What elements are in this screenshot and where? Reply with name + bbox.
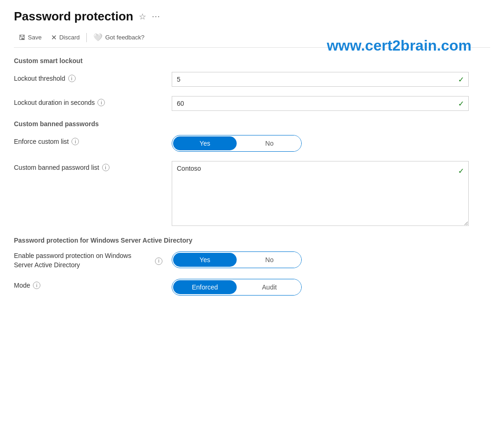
mode-label: Mode i <box>14 279 162 289</box>
lockout-duration-input[interactable] <box>172 96 469 111</box>
enable-protection-no-option[interactable]: No <box>238 252 301 268</box>
lockout-duration-row: Lockout duration in seconds i ✓ <box>14 96 490 111</box>
mode-label-text: Mode <box>14 282 30 289</box>
more-options-icon[interactable]: ··· <box>152 12 160 21</box>
enable-protection-label-text: Enable password protection on Windows Se… <box>14 251 152 270</box>
custom-smart-lockout-title: Custom smart lockout <box>14 57 490 64</box>
windows-server-ad-title: Password protection for Windows Server A… <box>14 237 490 244</box>
mode-info-icon[interactable]: i <box>33 282 40 289</box>
mode-toggle[interactable]: Enforced Audit <box>172 279 302 296</box>
feedback-button[interactable]: 🤍 Got feedback? <box>89 31 149 44</box>
lockout-threshold-field-wrapper: ✓ <box>172 72 469 87</box>
custom-banned-list-textarea-wrapper: Contoso ✓ <box>172 161 469 227</box>
lockout-duration-label: Lockout duration in seconds i <box>14 96 162 106</box>
custom-banned-passwords-section: Custom banned passwords Enforce custom l… <box>14 120 490 227</box>
enforce-custom-list-no-option[interactable]: No <box>238 135 301 151</box>
lockout-duration-label-text: Lockout duration in seconds <box>14 99 95 106</box>
discard-label: Discard <box>59 34 80 41</box>
enforce-custom-list-toggle-wrapper: Yes No <box>172 135 469 152</box>
enable-protection-label: Enable password protection on Windows Se… <box>14 251 162 270</box>
custom-banned-list-row: Custom banned password list i Contoso ✓ <box>14 161 490 227</box>
enable-protection-toggle[interactable]: Yes No <box>172 251 302 268</box>
mode-toggle-wrapper: Enforced Audit <box>172 279 469 296</box>
lockout-threshold-label-text: Lockout threshold <box>14 75 65 82</box>
custom-banned-list-info-icon[interactable]: i <box>102 164 110 171</box>
mode-enforced-option[interactable]: Enforced <box>173 280 237 294</box>
feedback-icon: 🤍 <box>93 33 103 42</box>
lockout-duration-field-wrapper: ✓ <box>172 96 469 111</box>
enable-protection-row: Enable password protection on Windows Se… <box>14 251 490 270</box>
mode-row: Mode i Enforced Audit <box>14 279 490 296</box>
custom-banned-list-field-wrapper: Contoso ✓ <box>172 161 469 227</box>
page-title: Password protection <box>14 9 133 24</box>
save-icon: 🖫 <box>19 33 26 41</box>
enforce-custom-list-label-text: Enforce custom list <box>14 138 69 145</box>
enforce-custom-list-yes-option[interactable]: Yes <box>173 136 237 150</box>
custom-smart-lockout-section: Custom smart lockout Lockout threshold i… <box>14 57 490 111</box>
enable-protection-yes-option[interactable]: Yes <box>173 253 237 267</box>
enforce-custom-list-info-icon[interactable]: i <box>71 138 79 145</box>
custom-banned-passwords-title: Custom banned passwords <box>14 120 490 128</box>
feedback-label: Got feedback? <box>105 34 145 41</box>
enforce-custom-list-row: Enforce custom list i Yes No <box>14 135 490 152</box>
custom-banned-list-label-text: Custom banned password list <box>14 164 99 171</box>
pin-icon[interactable]: ☆ <box>139 12 146 22</box>
enable-protection-toggle-wrapper: Yes No <box>172 251 469 268</box>
lockout-threshold-label: Lockout threshold i <box>14 72 162 82</box>
lockout-threshold-row: Lockout threshold i ✓ <box>14 72 490 87</box>
lockout-duration-info-icon[interactable]: i <box>97 99 105 106</box>
enable-protection-info-icon[interactable]: i <box>155 257 162 265</box>
discard-button[interactable]: ✕ Discard <box>46 32 84 44</box>
save-label: Save <box>28 34 42 41</box>
lockout-threshold-input[interactable] <box>172 72 469 87</box>
lockout-threshold-info-icon[interactable]: i <box>68 75 76 82</box>
save-button[interactable]: 🖫 Save <box>14 32 46 43</box>
enforce-custom-list-toggle[interactable]: Yes No <box>172 135 302 152</box>
toolbar-divider <box>86 33 87 42</box>
custom-banned-list-label: Custom banned password list i <box>14 161 162 171</box>
custom-banned-list-textarea[interactable]: Contoso <box>172 161 469 226</box>
mode-audit-option[interactable]: Audit <box>238 279 301 295</box>
lockout-duration-input-wrapper: ✓ <box>172 96 469 111</box>
windows-server-ad-section: Password protection for Windows Server A… <box>14 237 490 296</box>
toolbar: 🖫 Save ✕ Discard 🤍 Got feedback? <box>14 27 490 48</box>
enforce-custom-list-label: Enforce custom list i <box>14 135 162 145</box>
lockout-threshold-input-wrapper: ✓ <box>172 72 469 87</box>
discard-icon: ✕ <box>51 33 57 42</box>
